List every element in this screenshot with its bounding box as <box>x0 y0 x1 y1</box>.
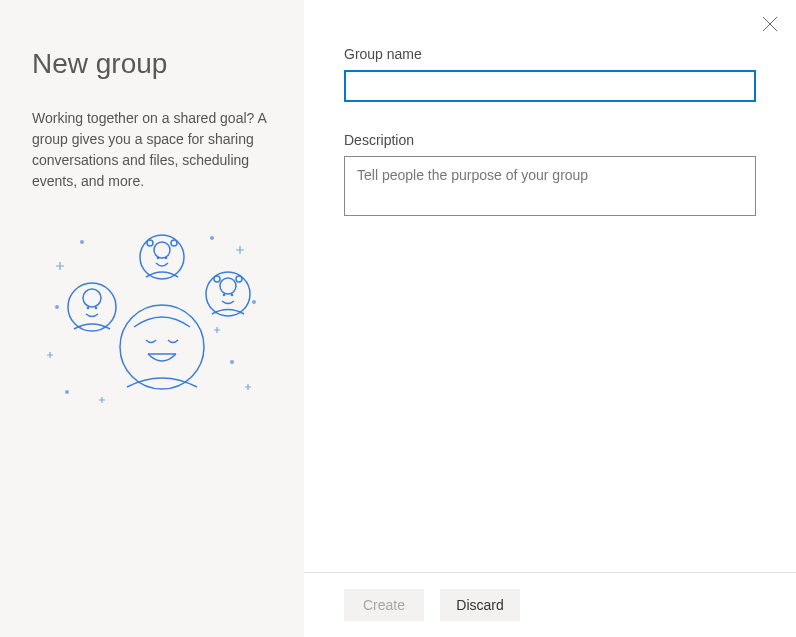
discard-button[interactable]: Discard <box>440 589 520 621</box>
group-illustration <box>32 232 272 417</box>
group-name-label: Group name <box>344 46 756 62</box>
panel-title: New group <box>32 48 272 80</box>
people-group-icon <box>42 232 262 417</box>
svg-point-21 <box>231 294 234 297</box>
svg-point-15 <box>95 307 98 310</box>
svg-point-19 <box>236 276 242 282</box>
svg-point-18 <box>214 276 220 282</box>
panel-description: Working together on a shared goal? A gro… <box>32 108 272 192</box>
description-label: Description <box>344 132 756 148</box>
svg-point-17 <box>220 278 236 294</box>
svg-point-0 <box>80 240 84 244</box>
svg-point-3 <box>55 305 59 309</box>
group-name-field: Group name <box>344 46 756 102</box>
svg-point-8 <box>147 240 153 246</box>
sidebar-panel: New group Working together on a shared g… <box>0 0 304 637</box>
svg-point-2 <box>252 300 256 304</box>
svg-point-20 <box>223 294 226 297</box>
close-button[interactable] <box>758 12 782 36</box>
svg-point-4 <box>65 390 69 394</box>
group-name-input[interactable] <box>344 70 756 102</box>
svg-point-13 <box>83 289 101 307</box>
svg-point-9 <box>171 240 177 246</box>
svg-point-10 <box>157 257 160 260</box>
create-button[interactable]: Create <box>344 589 424 621</box>
description-field: Description <box>344 132 756 220</box>
close-icon <box>762 16 778 32</box>
svg-point-14 <box>87 307 90 310</box>
footer-actions: Create Discard <box>304 572 796 637</box>
main-panel: Group name Description Create Discard <box>304 0 796 637</box>
svg-point-7 <box>154 242 170 258</box>
svg-point-1 <box>210 236 214 240</box>
svg-point-5 <box>230 360 234 364</box>
svg-point-11 <box>165 257 168 260</box>
form-area: Group name Description <box>304 0 796 572</box>
description-input[interactable] <box>344 156 756 216</box>
